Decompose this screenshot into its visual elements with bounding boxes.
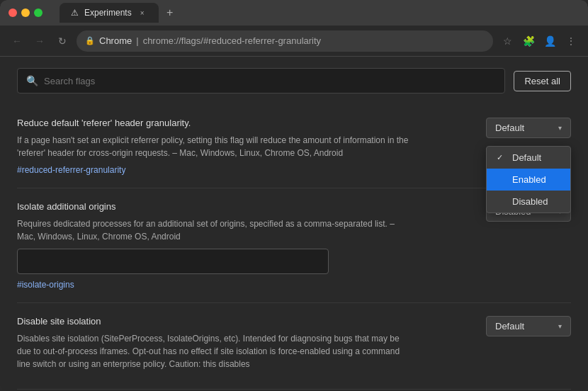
url-bar[interactable]: 🔒 Chrome | chrome://flags/#reduced-refer… (77, 30, 493, 52)
forward-button[interactable]: → (31, 33, 48, 50)
experiments-icon: ⚠ (71, 8, 79, 18)
check-icon: ✓ (497, 153, 507, 162)
dropdown-site-isolation[interactable]: Default ▾ (486, 316, 571, 336)
reset-all-button[interactable]: Reset all (514, 71, 571, 91)
flag-item-reduced-referrer: Reduce default 'referer' header granular… (17, 105, 571, 188)
dropdown-option-default[interactable]: ✓ Default (487, 147, 570, 169)
flag-link-isolate-origins[interactable]: #isolate-origins (17, 280, 571, 290)
address-bar-right: ☆ 🧩 👤 ⋮ (499, 33, 579, 50)
search-bar-row: 🔍 Reset all (0, 57, 588, 105)
new-tab-button[interactable]: + (162, 4, 179, 21)
main-content: 🔍 Reset all Reduce default 'referer' hea… (0, 57, 588, 391)
dropdown-option-disabled-label: Disabled (512, 196, 548, 207)
extensions-icon[interactable]: 🧩 (520, 33, 537, 50)
url-full-path: chrome://flags/#reduced-referrer-granula… (143, 35, 321, 46)
flags-list: Reduce default 'referer' header granular… (0, 105, 588, 391)
flag-desc-isolate-origins: Requires dedicated processes for an addi… (17, 217, 414, 243)
close-button[interactable] (9, 8, 17, 17)
more-menu-icon[interactable]: ⋮ (562, 33, 579, 50)
chevron-down-icon-site: ▾ (558, 322, 562, 330)
url-path: | (136, 35, 138, 46)
avatar-icon[interactable]: 👤 (541, 33, 558, 50)
dropdown-option-enabled-label: Enabled (512, 174, 546, 185)
lock-icon: 🔒 (85, 36, 95, 45)
flag-item-site-isolation: Disable site isolation Disables site iso… (17, 303, 571, 390)
tab-label: Experiments (84, 8, 132, 18)
flag-control-reduced-referrer: Default ▾ ✓ Default Enabled Disabl (486, 118, 571, 138)
maximize-button[interactable] (34, 8, 43, 17)
flag-control-site-isolation: Default ▾ (486, 316, 571, 336)
dropdown-reduced-referrer[interactable]: Default ▾ (486, 118, 571, 138)
chevron-down-icon: ▾ (558, 124, 562, 132)
search-icon: 🔍 (26, 75, 38, 86)
reload-button[interactable]: ↻ (54, 33, 71, 50)
flag-title-highlighted: Reduce default 'referer' header granular… (17, 118, 191, 128)
tab-bar: ⚠ Experiments × + (60, 3, 579, 23)
title-bar: ⚠ Experiments × + (0, 0, 588, 26)
flag-desc-reduced-referrer: If a page hasn't set an explicit referre… (17, 134, 414, 159)
star-icon[interactable]: ☆ (499, 33, 516, 50)
back-button[interactable]: ← (9, 33, 26, 50)
active-tab[interactable]: ⚠ Experiments × (60, 3, 159, 23)
address-bar: ← → ↻ 🔒 Chrome | chrome://flags/#reduced… (0, 26, 588, 57)
text-input-wrap (17, 249, 571, 274)
dropdown-option-enabled[interactable]: Enabled (487, 169, 570, 191)
search-input[interactable] (44, 76, 496, 86)
dropdown-option-default-label: Default (512, 152, 541, 163)
minimize-button[interactable] (21, 8, 30, 17)
flag-desc-site-isolation: Disables site isolation (SitePerProcess,… (17, 332, 414, 370)
dropdown-option-disabled[interactable]: Disabled (487, 191, 570, 212)
dropdown-selected-label-site: Default (495, 321, 524, 332)
isolate-origins-input[interactable] (17, 249, 329, 274)
traffic-lights (9, 8, 43, 17)
search-input-wrap[interactable]: 🔍 (17, 68, 505, 94)
dropdown-menu-reduced-referrer: ✓ Default Enabled Disabled (486, 146, 571, 213)
dropdown-selected-label: Default (495, 123, 524, 133)
tab-close-button[interactable]: × (137, 8, 147, 18)
url-domain: Chrome (99, 35, 132, 46)
